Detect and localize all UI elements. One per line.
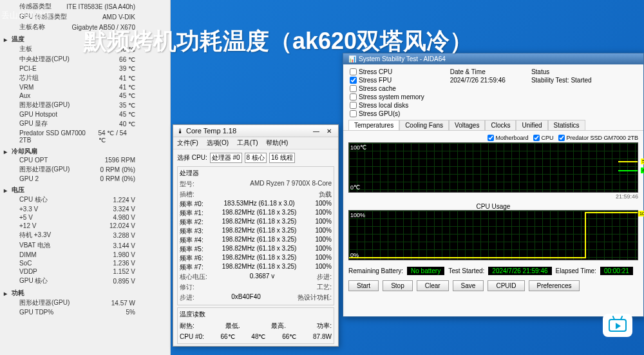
menu-options[interactable]: 选项(O) <box>207 139 229 146</box>
aida-tab[interactable]: Voltages <box>449 120 485 130</box>
legend-cpu[interactable]: CPU <box>533 135 553 141</box>
aida-tab[interactable]: Cooling Fans <box>399 120 449 130</box>
sensor-value: AMD V-DIK <box>102 14 135 21</box>
coretemp-titlebar[interactable]: 🌡 Core Temp 1.18 — ✕ <box>173 125 338 137</box>
menu-help[interactable]: 帮助(H) <box>266 139 288 146</box>
temp-value: 41 ℃ <box>119 84 135 91</box>
volt-value: 0.895 V <box>113 278 135 285</box>
coretemp-menu: 文件(F) 选项(O) 工具(T) 帮助(H) <box>173 137 338 149</box>
freq-idx: 频率 #5: <box>180 245 204 254</box>
menu-file[interactable]: 文件(F) <box>177 139 198 146</box>
proc-label: 工艺: <box>317 283 332 292</box>
freq-val: 198.82MHz (61.18 x 3.25) <box>222 218 297 227</box>
cpuid-label: 步进: <box>180 293 194 302</box>
start-button[interactable]: Start <box>348 280 379 291</box>
watermark-text: 丢山的机器猫 <box>1 10 52 21</box>
temp-label: 图形处理器(GPU) <box>19 101 70 110</box>
temp-value: 35 ℃ <box>119 102 135 109</box>
preferences-button[interactable]: Preferences <box>529 280 580 291</box>
fan-value: 0 RPM (0%) <box>100 166 135 173</box>
temp-row: GPU Hotspot 45 ℃ <box>4 110 166 119</box>
stress-cache-checkbox[interactable]: Stress cache <box>350 85 424 92</box>
freq-load: 100% <box>315 263 332 272</box>
aida-tab[interactable]: Clocks <box>485 120 516 130</box>
power-row: GPU TDP% 5% <box>4 308 166 316</box>
minimize-button[interactable]: — <box>311 128 321 135</box>
chart1-time: 21:59:46 <box>348 193 638 200</box>
power-label: 图形处理器(GPU) <box>19 298 70 307</box>
aida-tab[interactable]: Unified <box>516 120 547 130</box>
legend-ssd[interactable]: Predator SSD GM7000 2TB <box>558 135 638 141</box>
coretemp-title: Core Temp 1.18 <box>186 127 308 135</box>
menu-tools[interactable]: 工具(T) <box>237 139 258 146</box>
freq-load: 100% <box>315 209 332 218</box>
freq-val: 198.82MHz (61.18 x 3.25) <box>222 263 297 272</box>
stress-mem-checkbox[interactable]: Stress system memory <box>350 93 424 101</box>
pwr-label: 功率: <box>317 321 332 331</box>
temp-label: Predator SSD GM7000 2TB <box>19 130 99 144</box>
volt-row: GPU 核心 0.895 V <box>4 276 166 286</box>
aida-tab[interactable]: Statistics <box>548 120 585 130</box>
volt-row: VDDP 1.152 V <box>4 267 166 276</box>
sensor-label: 主板名称 <box>19 23 45 32</box>
legend-motherboard[interactable]: Motherboard <box>488 135 528 141</box>
temp-label: GPU 显存 <box>19 119 48 128</box>
fan-section-header[interactable]: ▸冷却风扇 <box>4 147 166 156</box>
stress-fpu-checkbox[interactable]: Stress FPU <box>350 77 424 84</box>
temp-value: 45 ℃ <box>119 92 135 99</box>
processor-select[interactable]: 处理器 #0 <box>210 153 242 163</box>
temp-row: PCI-E 39 ℃ <box>4 64 166 73</box>
cpu-temp-max: 66℃ <box>282 333 296 340</box>
elapsed-value: 00:00:21 <box>600 267 633 275</box>
cpu-temp-value: 66℃ <box>221 333 235 340</box>
freq-load: 100% <box>315 218 332 227</box>
step-label: 步进: <box>317 273 332 282</box>
cpu-temp-min: 48℃ <box>251 333 265 340</box>
volt-section-header[interactable]: ▸电压 <box>4 186 166 195</box>
volt-value: 1.980 V <box>113 251 135 258</box>
freq-load: 100% <box>315 227 332 236</box>
fan-label: 图形处理器(GPU) <box>19 165 70 174</box>
vcore-value: 0.3687 v <box>250 273 274 282</box>
freq-val: 198.82MHz (61.18 x 3.25) <box>222 254 297 263</box>
volt-row: +12 V 12.024 V <box>4 222 166 230</box>
chart1-ymax: 100℃ <box>350 144 366 151</box>
temp-label: GPU Hotspot <box>19 111 57 118</box>
select-cpu-label: 选择 CPU: <box>177 153 207 162</box>
processor-group-title: 处理器 <box>180 169 332 178</box>
freq-row: 频率 #5: 198.82MHz (61.18 x 3.25) 100% <box>180 245 332 254</box>
overlay-title: 默频烤机功耗温度（ak620双塔风冷） <box>84 26 473 57</box>
stress-disk-checkbox[interactable]: Stress local disks <box>350 102 424 109</box>
volt-label: +5 V <box>19 214 33 221</box>
clear-button[interactable]: Clear <box>417 280 449 291</box>
stress-cpu-checkbox[interactable]: Stress CPU <box>350 68 424 75</box>
temp-row: 图形处理器(GPU) 35 ℃ <box>4 100 166 110</box>
volt-label: +12 V <box>19 222 36 229</box>
started-label: Test Started: <box>448 267 484 274</box>
freq-row: 频率 #0: 183.53MHz (61.18 x 3.0) 100% <box>180 200 332 209</box>
temp-row: Aux 45 ℃ <box>4 91 166 100</box>
freq-idx: 频率 #3: <box>180 227 204 236</box>
power-section-header[interactable]: ▸功耗 <box>4 289 166 298</box>
aida-tab[interactable]: Temperatures <box>348 120 399 130</box>
stress-gpu-checkbox[interactable]: Stress GPU(s) <box>350 110 424 117</box>
max-label: 最高. <box>271 321 286 331</box>
volt-label: DIMM <box>19 251 37 258</box>
stop-button[interactable]: Stop <box>383 280 413 291</box>
sensor-value: ITE IT8583E (ISA A40h) <box>66 3 135 10</box>
volt-label: VBAT 电池 <box>19 241 50 250</box>
fan-value: 1596 RPM <box>105 157 135 164</box>
cpuid-button[interactable]: CPUID <box>488 280 524 291</box>
chart1-ymin: 0℃ <box>350 184 360 191</box>
volt-row: 待机 +3.3V 3.288 V <box>4 230 166 240</box>
temp-row: VRM 41 ℃ <box>4 83 166 91</box>
threads-count: 16 线程 <box>269 153 295 163</box>
model-value: AMD Ryzen 7 9700X 8-Core <box>250 180 332 189</box>
freq-idx: 频率 #7: <box>180 263 204 272</box>
volt-label: GPU 核心 <box>19 276 48 285</box>
save-button[interactable]: Save <box>453 280 484 291</box>
freq-idx: 频率 #6: <box>180 254 204 263</box>
volt-label: 待机 +3.3V <box>19 231 51 240</box>
close-button[interactable]: ✕ <box>324 128 334 135</box>
temp-row: Predator SSD GM7000 2TB 54 ℃ / 54 ℃ <box>4 129 166 144</box>
